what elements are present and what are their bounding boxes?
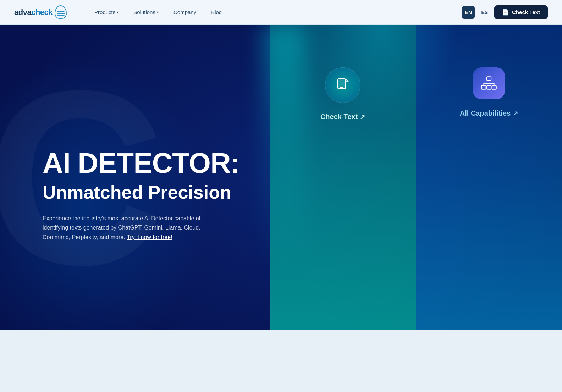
arrow-icon: ↗	[360, 113, 365, 121]
hero-cta-link[interactable]: Try it now for free!	[127, 234, 172, 240]
hero-section: C AI DETECTOR: Unmatched Precision Exper…	[0, 25, 562, 330]
logo-icon	[55, 5, 67, 20]
svg-rect-11	[481, 85, 486, 89]
logo-wave-1	[57, 11, 65, 12]
svg-rect-12	[487, 85, 491, 89]
navbar: advacheck Products ▾ Solutions ▾ Company…	[0, 0, 562, 25]
hero-subtitle: Unmatched Precision	[43, 182, 248, 203]
logo-text: advacheck	[14, 8, 53, 17]
org-chart-icon	[481, 75, 497, 92]
check-text-nav-button[interactable]: 📄 Check Text	[494, 5, 548, 19]
logo-shield	[55, 5, 67, 19]
arrow-icon: ↗	[513, 110, 518, 117]
document-icon	[335, 77, 351, 93]
logo-wave-2	[57, 13, 65, 14]
hero-content: AI DETECTOR: Unmatched Precision Experie…	[0, 25, 562, 330]
hero-left: AI DETECTOR: Unmatched Precision Experie…	[0, 25, 270, 330]
below-hero	[0, 330, 562, 392]
logo[interactable]: advacheck	[14, 5, 67, 20]
document-icon: 📄	[502, 9, 509, 16]
nav-products[interactable]: Products ▾	[89, 6, 124, 18]
lang-en-button[interactable]: EN	[462, 6, 475, 19]
check-text-card-icon-wrap	[325, 67, 360, 103]
chevron-down-icon: ▾	[157, 10, 159, 14]
all-capabilities-card-link[interactable]: All Capabilities ↗	[460, 109, 518, 117]
all-capabilities-card: All Capabilities ↗	[416, 25, 562, 330]
check-text-card-link[interactable]: Check Text ↗	[320, 113, 365, 121]
nav-right: EN ES 📄 Check Text	[462, 5, 548, 19]
nav-blog[interactable]: Blog	[205, 6, 227, 18]
hero-right: Check Text ↗	[270, 25, 562, 330]
check-text-card: Check Text ↗	[270, 25, 416, 330]
lang-es-button[interactable]: ES	[479, 8, 490, 17]
nav-company[interactable]: Company	[168, 6, 202, 18]
all-capabilities-card-icon-wrap	[473, 67, 505, 99]
nav-solutions[interactable]: Solutions ▾	[128, 6, 164, 18]
svg-rect-5	[487, 77, 491, 80]
chevron-down-icon: ▾	[117, 10, 119, 14]
hero-title: AI DETECTOR:	[43, 148, 248, 178]
nav-links: Products ▾ Solutions ▾ Company Blog	[89, 6, 462, 18]
svg-rect-13	[492, 85, 496, 89]
hero-description: Experience the industry's most accurate …	[43, 214, 213, 242]
